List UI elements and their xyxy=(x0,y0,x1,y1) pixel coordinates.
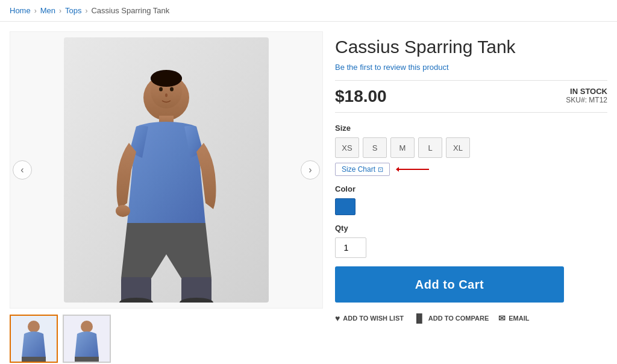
color-swatch-blue[interactable] xyxy=(335,198,355,215)
svg-point-19 xyxy=(81,321,93,333)
heart-icon: ♥ xyxy=(335,313,340,323)
svg-point-4 xyxy=(116,205,130,217)
gallery-section: ‹ xyxy=(10,31,323,363)
size-chart-icon: ⊡ xyxy=(378,166,383,174)
breadcrumb-sep-2: › xyxy=(59,7,61,15)
breadcrumb-sep-1: › xyxy=(34,7,37,15)
size-xs[interactable]: XS xyxy=(335,137,359,158)
product-title: Cassius Sparring Tank xyxy=(335,36,607,58)
breadcrumb-current: Cassius Sparring Tank xyxy=(91,6,169,15)
prev-image-button[interactable]: ‹ xyxy=(13,160,32,180)
compare-button[interactable]: ▐▌ ADD TO COMPARE xyxy=(413,313,489,323)
size-s[interactable]: S xyxy=(363,137,387,158)
compare-icon: ▐▌ xyxy=(413,313,425,323)
size-buttons: XS S M L XL xyxy=(335,137,607,158)
size-m[interactable]: M xyxy=(390,137,415,158)
size-chart-link[interactable]: Size Chart ⊡ xyxy=(335,163,390,176)
arrow-left-icon: ‹ xyxy=(20,165,23,175)
review-link[interactable]: Be the first to review this product xyxy=(335,63,607,72)
breadcrumb-sep-3: › xyxy=(85,7,87,15)
price-stock-row: $18.00 IN STOCK SKU#: MT12 xyxy=(335,80,607,113)
wish-list-button[interactable]: ♥ ADD TO WISH LIST xyxy=(335,313,404,323)
qty-label: Qty xyxy=(335,224,607,233)
email-label: EMAIL xyxy=(509,315,529,322)
email-icon: ✉ xyxy=(498,313,506,323)
svg-rect-14 xyxy=(151,75,182,82)
breadcrumb: Home › Men › Tops › Cassius Sparring Tan… xyxy=(0,0,617,22)
in-stock-badge: IN STOCK xyxy=(566,87,607,96)
product-main-image xyxy=(64,37,269,303)
secondary-actions: ♥ ADD TO WISH LIST ▐▌ ADD TO COMPARE ✉ E… xyxy=(335,313,607,323)
wish-list-label: ADD TO WISH LIST xyxy=(343,315,404,322)
svg-point-11 xyxy=(170,87,174,92)
color-label: Color xyxy=(335,184,607,193)
svg-rect-17 xyxy=(22,357,46,362)
thumbnail-1[interactable] xyxy=(10,315,58,363)
size-l[interactable]: L xyxy=(418,137,442,158)
breadcrumb-men[interactable]: Men xyxy=(40,6,55,15)
add-to-cart-button[interactable]: Add to Cart xyxy=(335,266,564,303)
size-chart-row: Size Chart ⊡ xyxy=(335,163,607,176)
breadcrumb-tops[interactable]: Tops xyxy=(65,6,81,15)
qty-input[interactable] xyxy=(335,237,366,258)
size-xl[interactable]: XL xyxy=(446,137,470,158)
sku-value: MT12 xyxy=(589,96,607,104)
svg-point-10 xyxy=(159,87,163,92)
breadcrumb-home[interactable]: Home xyxy=(10,6,31,15)
email-button[interactable]: ✉ EMAIL xyxy=(498,313,529,323)
size-label: Size xyxy=(335,124,607,133)
size-chart-label: Size Chart xyxy=(342,165,375,174)
svg-marker-22 xyxy=(396,167,399,172)
sku: SKU#: MT12 xyxy=(566,96,607,104)
main-image-wrapper: ‹ xyxy=(10,31,323,309)
qty-section: Qty xyxy=(335,224,607,258)
product-page: ‹ xyxy=(0,22,617,364)
size-chart-arrow xyxy=(396,165,432,174)
color-section: Color xyxy=(335,184,607,215)
svg-rect-20 xyxy=(75,357,99,362)
sku-label: SKU#: xyxy=(566,96,587,104)
product-price: $18.00 xyxy=(335,87,387,106)
svg-point-16 xyxy=(28,321,40,333)
red-arrow-icon xyxy=(396,165,432,174)
stock-info: IN STOCK SKU#: MT12 xyxy=(566,87,607,104)
thumbnails xyxy=(10,315,323,363)
svg-point-12 xyxy=(165,93,168,97)
product-details: Cassius Sparring Tank Be the first to re… xyxy=(335,31,607,363)
next-image-button[interactable]: › xyxy=(301,160,320,180)
thumbnail-2[interactable] xyxy=(63,315,111,363)
compare-label: ADD TO COMPARE xyxy=(428,315,489,322)
arrow-right-icon: › xyxy=(308,165,312,175)
